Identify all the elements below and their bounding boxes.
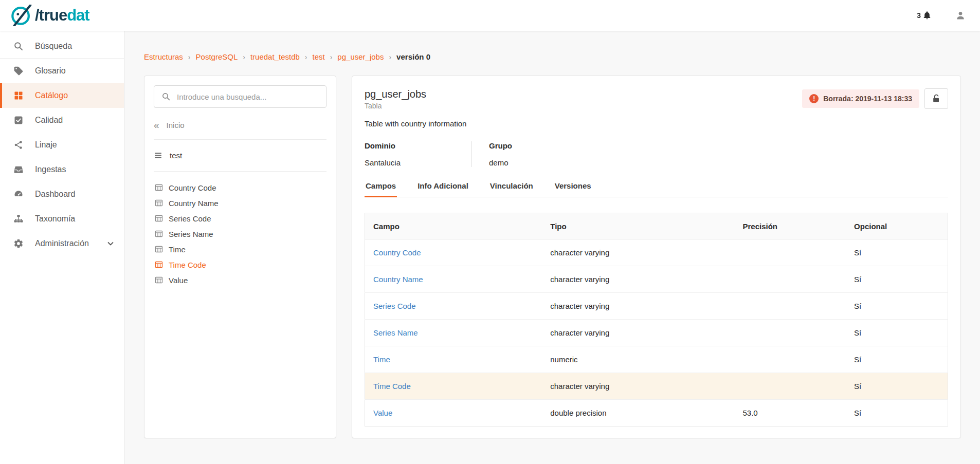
- breadcrumb-separator: ›: [243, 53, 245, 61]
- explorer-back-inicio[interactable]: « Inicio: [154, 111, 326, 140]
- sidebar-item-label: Catálogo: [35, 91, 68, 100]
- sidebar-item-calidad[interactable]: Calidad: [0, 108, 124, 133]
- tab-info-adicional[interactable]: Info Adicional: [416, 181, 469, 197]
- sidebar-item-catalogo[interactable]: Catálogo: [0, 83, 124, 108]
- column-header-precision: Precisión: [734, 213, 846, 239]
- sidebar-item-label: Dashboard: [35, 190, 75, 199]
- tipo-cell: character varying: [542, 320, 734, 346]
- unlock-icon: [931, 94, 941, 104]
- tipo-cell: character varying: [542, 239, 734, 266]
- breadcrumb-link[interactable]: pg_user_jobs: [337, 52, 384, 61]
- logo-wordmark: /truedat: [35, 6, 89, 25]
- tipo-cell: character varying: [542, 266, 734, 293]
- field-list: Country Code Country Name Series Code Se…: [154, 172, 326, 288]
- sitemap-icon: [13, 214, 24, 224]
- precision-cell: [734, 266, 846, 293]
- chevron-down-icon: [107, 242, 114, 246]
- sidebar-item-label: Glosario: [35, 66, 66, 76]
- table-row: Series Name character varying Sí: [365, 320, 948, 346]
- alert-icon: !: [809, 94, 819, 103]
- structure-meta: Dominio Santalucia Grupo demo: [365, 141, 948, 167]
- field-item[interactable]: Time: [155, 242, 326, 257]
- sidebar-item-taxonomia[interactable]: Taxonomía: [0, 207, 124, 231]
- sidebar-item-label: Administración: [35, 239, 89, 248]
- notifications-button[interactable]: 3: [917, 11, 932, 20]
- tab-campos[interactable]: Campos: [365, 181, 397, 197]
- sidebar-item-busqueda[interactable]: Búsqueda: [0, 34, 124, 59]
- opcional-cell: Sí: [846, 320, 948, 346]
- sidebar-item-administracion[interactable]: Administración: [0, 231, 124, 256]
- field-item[interactable]: Country Name: [155, 195, 326, 211]
- lock-button[interactable]: [924, 88, 948, 109]
- campo-link[interactable]: Country Code: [373, 248, 421, 257]
- tag-icon: [13, 66, 24, 76]
- field-item[interactable]: Series Name: [155, 226, 326, 242]
- sidebar-item-label: Calidad: [35, 116, 63, 125]
- table-column-icon: [155, 230, 163, 238]
- table-row: Value double precision 53.0 Sí: [365, 400, 948, 426]
- opcional-cell: Sí: [846, 400, 948, 426]
- explorer-parent-test[interactable]: test: [154, 140, 326, 172]
- explorer-search-input[interactable]: [154, 85, 326, 108]
- meta-dominio: Dominio Santalucia: [365, 141, 471, 167]
- gear-icon: [13, 238, 24, 249]
- column-header-tipo: Tipo: [542, 213, 734, 239]
- opcional-cell: Sí: [846, 266, 948, 293]
- breadcrumb-link[interactable]: Estructuras: [144, 52, 183, 61]
- lineage-icon: [13, 140, 24, 150]
- sidebar-item-glosario[interactable]: Glosario: [0, 59, 124, 83]
- field-item[interactable]: Series Code: [155, 211, 326, 226]
- opcional-cell: Sí: [846, 346, 948, 373]
- sidebar-item-linaje[interactable]: Linaje: [0, 133, 124, 157]
- deleted-badge: ! Borrada: 2019-11-13 18:33: [802, 89, 919, 108]
- sidebar-item-label: Ingestas: [35, 165, 66, 174]
- tipo-cell: character varying: [542, 373, 734, 400]
- grupo-value: demo: [489, 158, 512, 167]
- tipo-cell: numeric: [542, 346, 734, 373]
- search-icon: [161, 92, 171, 101]
- truedat-logo[interactable]: /truedat: [10, 5, 89, 26]
- field-label: Time Code: [169, 261, 206, 269]
- main-content: Estructuras › PostgreSQL › truedat_testd…: [124, 31, 980, 464]
- breadcrumb-separator: ›: [188, 53, 191, 61]
- top-header: /truedat 3: [0, 0, 980, 31]
- breadcrumb-current: versión 0: [396, 52, 430, 61]
- explorer-search: [154, 85, 326, 108]
- campo-link[interactable]: Time: [373, 355, 390, 364]
- field-item[interactable]: Value: [155, 272, 326, 288]
- truedat-owl-icon: [10, 5, 33, 26]
- explorer-panel: « Inicio test Country Code Country Name: [144, 76, 336, 438]
- sidebar-item-dashboard[interactable]: Dashboard: [0, 182, 124, 207]
- campo-link[interactable]: Time Code: [373, 382, 411, 391]
- breadcrumb-link[interactable]: test: [313, 52, 325, 61]
- structure-description: Table with country information: [365, 119, 948, 128]
- tab-vinculacion[interactable]: Vinculación: [489, 181, 534, 197]
- user-menu-button[interactable]: [955, 10, 966, 21]
- structure-detail-panel: pg_user_jobs Tabla ! Borrada: 2019-11-13…: [352, 76, 961, 438]
- precision-cell: [734, 293, 846, 320]
- tab-versiones[interactable]: Versiones: [554, 181, 592, 197]
- table-row: Series Code character varying Sí: [365, 293, 948, 320]
- table-column-icon: [155, 199, 163, 207]
- dashboard-icon: [13, 189, 24, 199]
- field-label: Country Code: [169, 183, 216, 192]
- table-column-icon: [155, 245, 163, 253]
- field-item-selected[interactable]: Time Code: [155, 257, 326, 272]
- structure-type: Tabla: [365, 102, 426, 110]
- field-label: Series Name: [169, 230, 213, 238]
- field-label: Value: [169, 276, 188, 285]
- sidebar-item-ingestas[interactable]: Ingestas: [0, 157, 124, 182]
- breadcrumb: Estructuras › PostgreSQL › truedat_testd…: [144, 31, 961, 76]
- breadcrumb-link[interactable]: truedat_testdb: [250, 52, 300, 61]
- breadcrumb-separator: ›: [330, 53, 333, 61]
- campo-link[interactable]: Value: [373, 409, 392, 417]
- campo-link[interactable]: Series Name: [373, 328, 418, 337]
- precision-cell: [734, 320, 846, 346]
- campo-link[interactable]: Series Code: [373, 302, 416, 310]
- field-item[interactable]: Country Code: [155, 180, 326, 195]
- quality-check-icon: [13, 115, 24, 125]
- breadcrumb-link[interactable]: PostgreSQL: [196, 52, 238, 61]
- table-row: Time numeric Sí: [365, 346, 948, 373]
- bell-icon: [922, 11, 932, 20]
- campo-link[interactable]: Country Name: [373, 275, 423, 284]
